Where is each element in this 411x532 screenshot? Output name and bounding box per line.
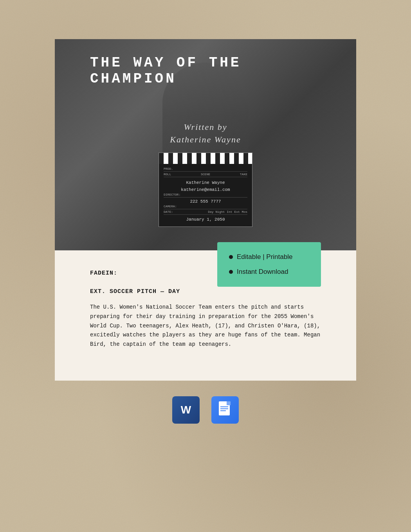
date-label: DATE: xyxy=(164,210,173,214)
clapper-roll-row: ROLL SCENE TAKE xyxy=(164,173,247,177)
cta-item-1: Editable | Printable xyxy=(229,253,309,261)
director-label: DIRECTOR: xyxy=(164,193,180,196)
clapper-stripe xyxy=(159,153,252,164)
contact-email: katherine@email.com xyxy=(164,187,247,193)
contact-date: January 1, 2050 xyxy=(164,216,247,223)
clapper-date-row: DATE: Day Night Int Ext Mos xyxy=(164,210,247,215)
scene-label: SCENE xyxy=(201,173,210,176)
cover-credits: Written by Katherine Wayne xyxy=(90,122,321,156)
prod-label: PROD. xyxy=(164,167,173,171)
cta-bullet-2 xyxy=(229,270,233,274)
cover-section: THE WAY OF THE CHAMPION Written by Kathe… xyxy=(55,39,356,250)
cta-label-1: Editable | Printable xyxy=(237,253,292,261)
written-by-label: Written by xyxy=(90,122,321,132)
cta-label-2: Instant Download xyxy=(237,268,288,276)
cta-box: Editable | Printable Instant Download xyxy=(217,242,321,287)
docs-icon[interactable] xyxy=(211,396,239,424)
script-content-wrapper: FADEIN: EXT. SOCCER PITCH — DAY The U.S.… xyxy=(90,270,321,349)
svg-rect-2 xyxy=(227,401,231,405)
bottom-icons: W xyxy=(55,381,356,431)
clapper-top-stripes xyxy=(159,153,252,164)
clapper-body: PROD. ROLL SCENE TAKE Katherine Wayne ka… xyxy=(159,164,252,226)
scene-heading: EXT. SOCCER PITCH — DAY xyxy=(90,288,321,295)
cta-item-2: Instant Download xyxy=(229,268,309,276)
day-night-label: Day Night Int Ext Mos xyxy=(208,210,247,214)
docs-svg xyxy=(218,401,232,419)
cta-bullet-1 xyxy=(229,255,233,259)
cover-title: THE WAY OF THE CHAMPION xyxy=(90,55,321,87)
clapperboard: PROD. ROLL SCENE TAKE Katherine Wayne ka… xyxy=(159,153,252,227)
camera-label: CAMERA: xyxy=(164,205,177,208)
word-letter: W xyxy=(181,404,191,416)
word-icon[interactable]: W xyxy=(172,396,200,424)
clapper-prod-row: PROD. xyxy=(164,167,247,172)
scene-action: The U.S. Women's National Soccer Team en… xyxy=(90,303,321,349)
roll-label: ROLL xyxy=(164,173,171,176)
author-name: Katherine Wayne xyxy=(90,135,321,145)
take-label: TAKE xyxy=(240,173,247,176)
contact-phone: 222 555 7777 xyxy=(164,198,247,205)
clapper-director-row: DIRECTOR: xyxy=(164,193,247,198)
script-section: FADEIN: EXT. SOCCER PITCH — DAY The U.S.… xyxy=(55,250,356,381)
clapper-camera-row: CAMERA: xyxy=(164,205,247,209)
contact-name: Katherine Wayne xyxy=(164,178,247,187)
